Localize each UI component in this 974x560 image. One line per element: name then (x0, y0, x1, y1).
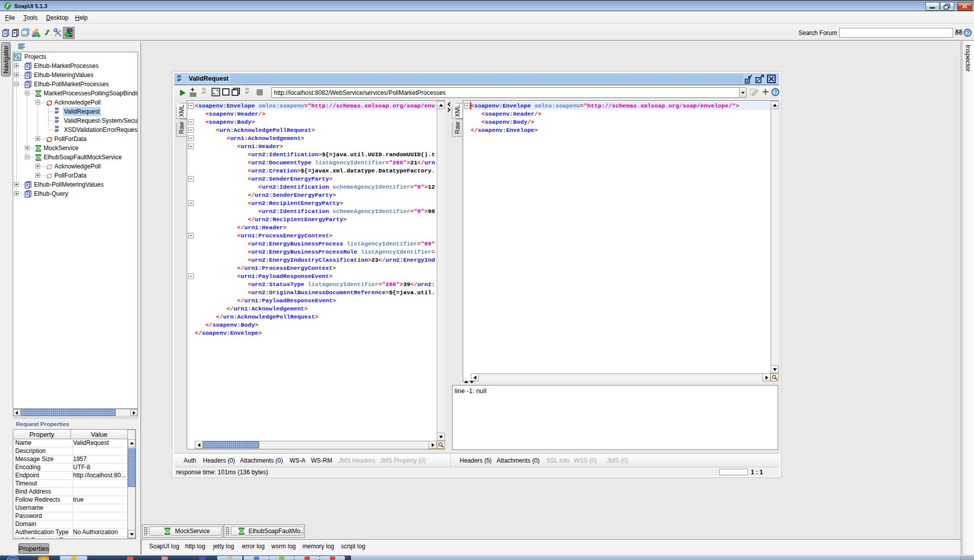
svg-text:?: ? (774, 89, 777, 95)
svg-text:?: ? (966, 30, 969, 36)
